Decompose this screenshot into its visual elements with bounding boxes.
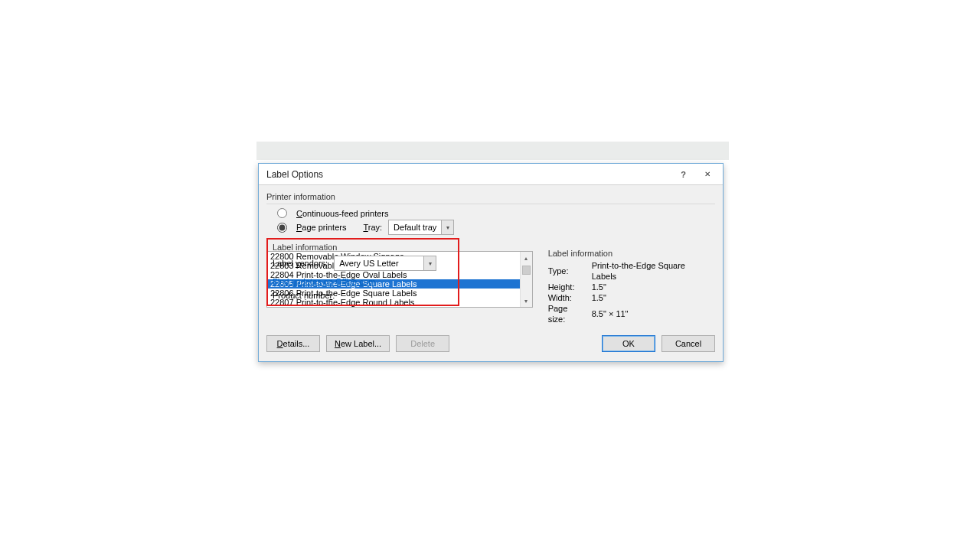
tray-combo-value: Default tray (389, 223, 441, 232)
label-info-heading: Label information (273, 243, 453, 252)
scroll-thumb[interactable] (522, 266, 531, 275)
page-printers-row: Page printers Tray: Default tray ▾ (266, 220, 715, 235)
page-size-label: Page size: (548, 303, 592, 324)
type-label: Type: (548, 260, 592, 282)
chevron-down-icon: ▾ (446, 224, 449, 231)
vendor-combo-button[interactable]: ▾ (423, 256, 436, 270)
cancel-button[interactable]: Cancel (662, 335, 715, 352)
width-label: Width: (548, 292, 592, 303)
width-value: 1.5" (592, 292, 715, 303)
tray-combo-button[interactable]: ▾ (441, 220, 453, 234)
dialog-title: Label Options (266, 169, 323, 180)
page-size-value: 8.5" × 11" (592, 303, 715, 324)
delete-button: Delete (396, 335, 449, 352)
scroll-up-button[interactable]: ▴ (521, 252, 532, 264)
height-value: 1.5" (592, 282, 715, 292)
bg-strip (256, 142, 729, 160)
continuous-feed-radio[interactable] (277, 208, 287, 218)
continuous-feed-label: Continuous-feed printers (296, 209, 388, 218)
vendor-label: Label vendors: (273, 259, 328, 268)
vendor-row: Label vendors: Avery US Letter ▾ (273, 256, 453, 271)
page-printers-label: Page printers (296, 223, 346, 232)
dialog-body: Printer information Continuous-feed prin… (259, 185, 723, 361)
chevron-down-icon: ▾ (429, 260, 432, 267)
vendor-combo[interactable]: Avery US Letter ▾ (334, 256, 436, 271)
scrollbar[interactable]: ▴ ▾ (520, 252, 532, 307)
ok-button[interactable]: OK (602, 335, 655, 352)
label-info-panel: Label information Type:Print-to-the-Edge… (548, 246, 715, 324)
page-printers-radio[interactable] (277, 223, 287, 233)
button-row: Details... New Label... Delete OK Cancel (266, 335, 715, 352)
printer-info-heading: Printer information (266, 192, 715, 201)
details-button[interactable]: Details... (266, 335, 320, 352)
label-info-table: Type:Print-to-the-Edge Square Labels Hei… (548, 260, 715, 324)
scroll-down-button[interactable]: ▾ (521, 295, 532, 307)
product-number-label: Product number: (273, 291, 453, 300)
divider (266, 204, 715, 204)
find-updates-link[interactable]: Find updates on Office.com (273, 277, 375, 286)
vendor-combo-value: Avery US Letter (335, 259, 423, 268)
type-value: Print-to-the-Edge Square Labels (592, 260, 715, 282)
label-options-dialog: Label Options ? ✕ Printer information Co… (258, 163, 724, 362)
label-info-panel-heading: Label information (548, 249, 715, 258)
close-icon[interactable]: ✕ (700, 168, 715, 180)
titlebar: Label Options ? ✕ (259, 164, 723, 185)
tray-combo[interactable]: Default tray ▾ (388, 220, 454, 235)
tray-label: Tray: (363, 223, 382, 232)
continuous-feed-row[interactable]: Continuous-feed printers (266, 208, 715, 218)
label-info-highlight: Label information Label vendors: Avery U… (266, 238, 459, 306)
help-icon[interactable]: ? (681, 170, 686, 179)
height-label: Height: (548, 282, 592, 292)
new-label-button[interactable]: New Label... (326, 335, 390, 352)
